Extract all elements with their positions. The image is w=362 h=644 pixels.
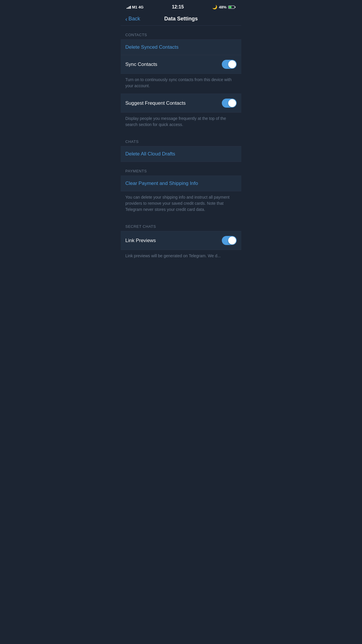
contacts-section-header: CONTACTS [121, 26, 241, 39]
payments-group: Clear Payment and Shipping Info [121, 176, 241, 191]
signal-bar-2 [128, 7, 129, 9]
link-previews-label: Link Previews [125, 238, 156, 244]
link-previews-toggle[interactable] [222, 236, 237, 245]
back-label: Back [129, 16, 140, 22]
signal-bars [126, 5, 131, 9]
clear-payment-item[interactable]: Clear Payment and Shipping Info [121, 176, 241, 191]
status-left: M1 4G [126, 5, 143, 9]
signal-bar-3 [129, 6, 130, 9]
battery-tip [235, 6, 236, 8]
link-previews-item[interactable]: Link Previews [121, 231, 241, 250]
suggest-frequent-contacts-item[interactable]: Suggest Frequent Contacts [121, 94, 241, 112]
delete-cloud-drafts-item[interactable]: Delete All Cloud Drafts [121, 146, 241, 162]
battery-fill [229, 6, 231, 8]
delete-cloud-drafts-label: Delete All Cloud Drafts [125, 151, 175, 157]
sync-contacts-item[interactable]: Sync Contacts [121, 55, 241, 74]
suggest-contacts-description: Display people you message frequently at… [121, 113, 241, 132]
link-previews-description: Link previews will be generated on Teleg… [121, 250, 241, 264]
battery-body [228, 6, 235, 9]
payments-section-header: PAYMENTS [121, 162, 241, 176]
content: CONTACTS Delete Synced Contacts Sync Con… [121, 26, 241, 264]
battery-icon [228, 6, 236, 9]
carrier-label: M1 [132, 5, 137, 9]
sync-contacts-description: Turn on to continuously sync contacts fr… [121, 74, 241, 94]
suggest-frequent-contacts-toggle[interactable] [222, 99, 237, 108]
signal-bar-1 [126, 8, 127, 9]
back-chevron-icon: ‹ [125, 16, 127, 22]
suggest-frequent-contacts-label: Suggest Frequent Contacts [125, 100, 186, 106]
secret-chats-group: Link Previews [121, 231, 241, 250]
chats-group: Delete All Cloud Drafts [121, 146, 241, 162]
page-title: Data Settings [164, 16, 198, 22]
link-previews-toggle-knob [228, 237, 236, 244]
battery-percent-label: 48% [219, 5, 226, 9]
secret-chats-section-header: SECRET CHATS [121, 217, 241, 231]
moon-icon: 🌙 [212, 5, 217, 9]
network-type-label: 4G [138, 5, 143, 9]
status-right: 🌙 48% [212, 5, 236, 9]
back-button[interactable]: ‹ Back [125, 16, 140, 22]
suggest-frequent-contacts-toggle-knob [228, 99, 236, 107]
clear-payment-label: Clear Payment and Shipping Info [125, 181, 198, 186]
delete-synced-contacts-label: Delete Synced Contacts [125, 44, 178, 50]
payments-description: You can delete your shipping info and in… [121, 191, 241, 217]
signal-bar-4 [130, 6, 131, 9]
suggest-contacts-group: Suggest Frequent Contacts [121, 94, 241, 113]
sync-contacts-toggle[interactable] [222, 60, 237, 69]
nav-bar: ‹ Back Data Settings [121, 13, 241, 26]
status-bar: M1 4G 12:15 🌙 48% [121, 0, 241, 13]
time-label: 12:15 [172, 4, 184, 10]
contacts-group: Delete Synced Contacts Sync Contacts [121, 39, 241, 74]
chats-section-header: CHATS [121, 132, 241, 146]
sync-contacts-label: Sync Contacts [125, 62, 157, 67]
delete-synced-contacts-item[interactable]: Delete Synced Contacts [121, 40, 241, 55]
sync-contacts-toggle-knob [228, 60, 236, 68]
